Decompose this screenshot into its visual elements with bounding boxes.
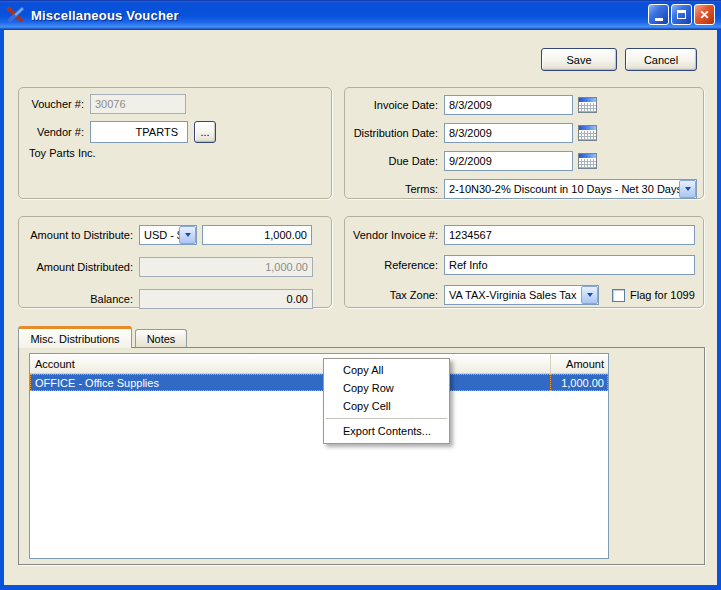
voucher-number-label: Voucher #: [27, 98, 84, 110]
column-header-amount[interactable]: Amount [550, 354, 608, 373]
chevron-down-icon [587, 293, 593, 297]
vendor-browse-button[interactable]: ... [194, 121, 216, 143]
balance-label: Balance: [27, 293, 133, 305]
menu-item-export-contents[interactable]: Export Contents... [324, 422, 449, 440]
save-button[interactable]: Save [541, 48, 617, 71]
vendor-number-field[interactable] [90, 121, 188, 143]
maximize-icon [677, 10, 686, 19]
tax-zone-dropdown[interactable]: VA TAX-Virginia Sales Tax [444, 285, 599, 305]
reference-field[interactable] [444, 255, 695, 275]
terms-value: 2-10N30-2% Discount in 10 Days - Net 30 … [445, 183, 679, 195]
menu-separator [326, 418, 447, 419]
due-date-label: Due Date: [353, 155, 438, 167]
due-date-calendar-icon[interactable] [578, 153, 597, 169]
due-date-field[interactable] [444, 151, 573, 171]
column-header-account[interactable]: Account [30, 354, 550, 373]
title-bar[interactable]: Miscellaneous Voucher ✕ [0, 0, 721, 30]
terms-dropdown[interactable]: 2-10N30-2% Discount in 10 Days - Net 30 … [444, 179, 697, 199]
voucher-number-field [90, 94, 186, 114]
context-menu: Copy All Copy Row Copy Cell Export Conte… [323, 358, 450, 444]
amount-distributed-field [139, 257, 313, 277]
distribution-date-label: Distribution Date: [353, 127, 438, 139]
dialog-body: Save Cancel Voucher #: Vendor #: ... Toy… [4, 30, 717, 585]
flag-for-1099-label: Flag for 1099 [630, 289, 695, 301]
terms-dropdown-button[interactable] [679, 180, 696, 198]
tax-zone-label: Tax Zone: [353, 289, 438, 301]
vendor-number-label: Vendor #: [27, 126, 84, 138]
tab-misc-distributions[interactable]: Misc. Distributions [18, 326, 132, 348]
table-row[interactable]: OFFICE - Office Supplies 1,000.00 [30, 374, 608, 391]
maximize-button[interactable] [671, 4, 692, 25]
invoice-date-field[interactable] [444, 95, 573, 115]
menu-item-copy-all[interactable]: Copy All [324, 361, 449, 379]
miscellaneous-voucher-window: Miscellaneous Voucher ✕ Save Cancel Vouc… [0, 0, 721, 590]
invoice-date-label: Invoice Date: [353, 99, 438, 111]
amount-to-distribute-field[interactable] [202, 225, 312, 245]
amount-cell[interactable]: 1,000.00 [550, 374, 608, 391]
menu-item-copy-cell[interactable]: Copy Cell [324, 397, 449, 415]
currency-value: USD - $ [140, 229, 179, 241]
window-title: Miscellaneous Voucher [31, 8, 179, 23]
vendor-name-text: Toy Parts Inc. [29, 147, 323, 159]
invoice-info-group: Vendor Invoice #: Reference: Tax Zone: V… [344, 216, 704, 308]
amount-distributed-label: Amount Distributed: [27, 261, 133, 273]
flag-for-1099-checkbox[interactable] [612, 289, 625, 302]
distribution-date-calendar-icon[interactable] [578, 125, 597, 141]
currency-dropdown[interactable]: USD - $ [139, 225, 197, 245]
tax-zone-dropdown-button[interactable] [581, 286, 598, 304]
dates-group: Invoice Date: Distribution Date: Due Dat… [344, 87, 704, 199]
terms-label: Terms: [353, 183, 438, 195]
tab-notes[interactable]: Notes [135, 329, 187, 348]
cancel-button[interactable]: Cancel [625, 48, 697, 71]
voucher-group: Voucher #: Vendor #: ... Toy Parts Inc. [18, 87, 332, 199]
invoice-date-calendar-icon[interactable] [578, 97, 597, 113]
distributions-table: Account Amount OFFICE - Office Supplies … [29, 353, 609, 559]
vendor-invoice-label: Vendor Invoice #: [353, 229, 438, 241]
balance-field [139, 289, 313, 309]
amounts-group: Amount to Distribute: USD - $ Amount Dis… [18, 216, 332, 308]
table-header-row: Account Amount [30, 354, 608, 374]
tax-zone-value: VA TAX-Virginia Sales Tax [445, 289, 581, 301]
minimize-icon [655, 18, 663, 21]
chevron-down-icon [685, 187, 691, 191]
app-logo-icon [7, 7, 25, 23]
vendor-invoice-field[interactable] [444, 225, 695, 245]
amount-to-distribute-label: Amount to Distribute: [27, 229, 133, 241]
reference-label: Reference: [353, 259, 438, 271]
close-button[interactable]: ✕ [694, 4, 715, 25]
chevron-down-icon [185, 233, 191, 237]
menu-item-copy-row[interactable]: Copy Row [324, 379, 449, 397]
distribution-date-field[interactable] [444, 123, 573, 143]
minimize-button[interactable] [648, 4, 669, 25]
close-icon: ✕ [699, 9, 709, 21]
account-cell[interactable]: OFFICE - Office Supplies [30, 374, 550, 391]
currency-dropdown-button[interactable] [179, 226, 196, 244]
